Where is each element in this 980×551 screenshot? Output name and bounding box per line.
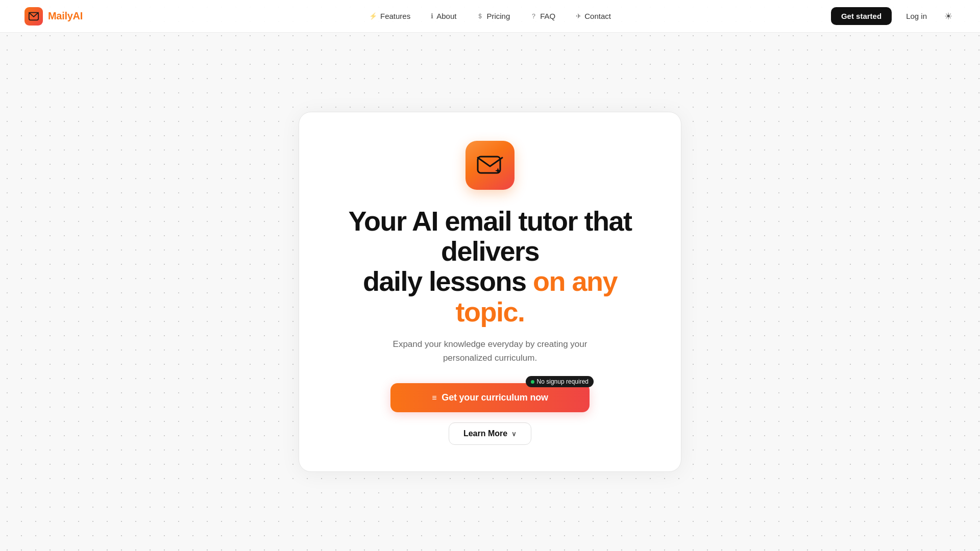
faq-icon: ？ [530,12,537,21]
nav-right: Get started Log in ☀ [831,7,955,25]
nav-links: ⚡ Features ℹ About ＄ Pricing ？ FAQ ✈ Con… [361,9,619,24]
hero-title-line1: Your AI email tutor that delivers [348,206,631,266]
nav-faq[interactable]: ？ FAQ [522,9,564,24]
hero-subtitle: Expand your knowledge everyday by creati… [383,337,597,365]
nav-faq-label: FAQ [540,12,555,20]
theme-toggle-button[interactable]: ☀ [941,8,955,25]
hero-title: Your AI email tutor that delivers daily … [332,206,648,328]
cta-icon: ≡ [432,393,436,403]
login-button[interactable]: Log in [898,7,935,25]
nav-pricing-label: Pricing [486,12,510,20]
nav-features[interactable]: ⚡ Features [361,9,419,23]
logo-name: MailyAI [48,10,83,22]
nav-about[interactable]: ℹ About [423,9,464,23]
badge-dot [531,380,534,384]
nav-features-label: Features [380,12,410,20]
navbar: MailyAI ⚡ Features ℹ About ＄ Pricing ？ F… [0,0,980,33]
main-content: Your AI email tutor that delivers daily … [0,33,980,551]
hero-card: Your AI email tutor that delivers daily … [299,112,681,472]
get-started-button[interactable]: Get started [831,7,892,25]
hero-title-line2-plain: daily lessons [363,266,533,296]
features-icon: ⚡ [369,12,377,20]
brand-name-highlight: AI [73,10,83,21]
pricing-icon: ＄ [477,12,483,21]
logo-icon [24,7,43,26]
badge-label: No signup required [537,378,589,385]
cta-label: Get your curriculum now [442,392,548,403]
contact-icon: ✈ [576,12,581,20]
chevron-down-icon: ∨ [511,430,517,438]
cta-button[interactable]: ≡ Get your curriculum now [390,383,590,412]
nav-about-label: About [436,12,456,20]
about-icon: ℹ [431,12,433,20]
brand-name-plain: Maily [48,10,73,21]
learn-more-label: Learn More [463,429,507,438]
nav-contact-label: Contact [584,12,611,20]
app-icon [465,141,514,190]
cta-wrapper: No signup required ≡ Get your curriculum… [390,383,590,412]
no-signup-badge: No signup required [526,376,594,387]
logo[interactable]: MailyAI [24,7,83,26]
learn-more-button[interactable]: Learn More ∨ [449,422,531,445]
nav-contact[interactable]: ✈ Contact [568,9,619,23]
nav-pricing[interactable]: ＄ Pricing [469,9,518,24]
